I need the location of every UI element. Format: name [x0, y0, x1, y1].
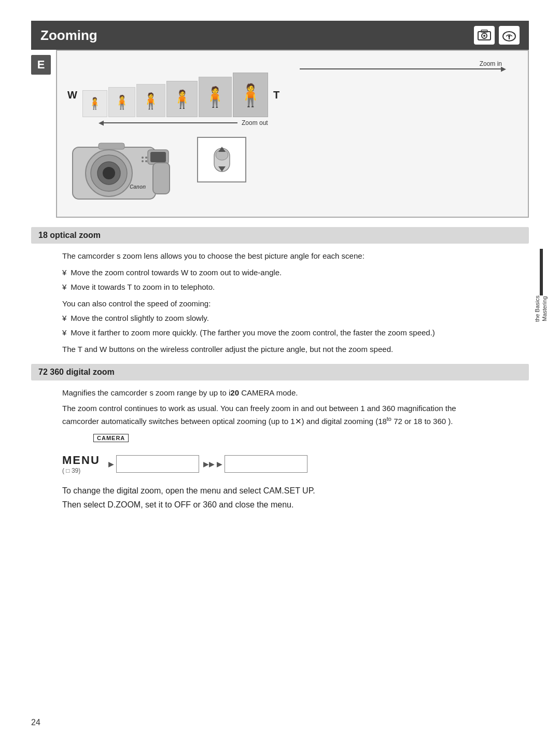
svg-point-17: [142, 157, 144, 159]
section2-para1: Magnifies the camcorder s zoom range by …: [62, 387, 487, 399]
t-label: T: [273, 89, 279, 101]
bottom-text-line1: To change the digital zoom, open the men…: [62, 484, 498, 498]
camera-mode-icon: [474, 26, 495, 45]
menu-row: MENU ( □ 39) ▶ ▶▶ ▶: [62, 454, 529, 474]
section2-title: digital zoom: [66, 368, 114, 376]
section2-number: 72 360: [38, 368, 64, 376]
sidebar-mastering: Mastering the Basics: [534, 249, 549, 322]
section1-also-intro: You can also control the speed of zoomin…: [62, 298, 487, 310]
svg-rect-13: [150, 152, 166, 162]
section2-para2: The zoom control continues to work as us…: [62, 402, 487, 428]
svg-text:Canon: Canon: [130, 184, 146, 190]
menu-ref: ( □ 39): [62, 467, 100, 474]
bullet-char-4: ¥: [62, 327, 66, 339]
wireless-icon: [499, 26, 520, 45]
section1-bullet2-text: Move it towards T to zoom in to telephot…: [71, 281, 215, 293]
e-label: E: [31, 55, 51, 75]
page-container: Zooming E: [0, 0, 560, 748]
section1-bullet1-text: Move the zoom control towards W to zoom …: [71, 266, 282, 279]
bullet-char-1: ¥: [62, 266, 66, 279]
w-label: W: [67, 89, 77, 101]
svg-rect-14: [99, 143, 124, 149]
bottom-text-line2: Then select D.ZOOM, set it to OFF or 360…: [62, 498, 498, 512]
svg-point-6: [508, 35, 510, 37]
camera-illustration: Canon: [67, 132, 197, 209]
figure-6: 🧍: [233, 73, 268, 117]
camera-badge-container: CAMERA: [62, 433, 529, 447]
section1-content: The camcorder s zoom lens allows you to …: [62, 250, 487, 356]
menu-box2: [225, 455, 307, 473]
e-label-col: E: [31, 50, 51, 75]
figure-4: 🧍: [166, 81, 198, 117]
section2-header: 72 360 digital zoom: [31, 364, 529, 380]
figure-3: 🧍: [136, 84, 165, 117]
bullet-char-2: ¥: [62, 281, 66, 293]
section1-number: 18: [38, 231, 48, 239]
mastering-bar: [540, 249, 543, 295]
page-title: Zooming: [40, 27, 97, 44]
figure-2: 🧍: [108, 87, 135, 117]
menu-box1: [116, 455, 199, 473]
section1-also-bullet2-text: Move it farther to zoom more quickly. (T…: [71, 327, 435, 339]
zoom-control-box: [197, 137, 246, 182]
section1-title: optical zoom: [50, 231, 101, 239]
section2-content: Magnifies the camcorder s zoom range by …: [62, 387, 487, 428]
section1-footer: The T and W buttons on the wireless cont…: [62, 343, 487, 356]
svg-point-3: [483, 35, 485, 37]
mastering-text: Mastering the Basics: [534, 295, 549, 322]
section1-bullet1: ¥ Move the zoom control towards W to zoo…: [62, 266, 487, 279]
section1-also-bullet1-text: Move the control slightly to zoom slowly…: [71, 312, 209, 324]
section1-bullet2: ¥ Move it towards T to zoom in to teleph…: [62, 281, 487, 293]
menu-forward-icon: ▶: [108, 460, 114, 468]
page-number: 24: [31, 718, 40, 727]
main-diagram-section: E Zoom in ▶ W 🧍: [31, 50, 529, 218]
bottom-text: To change the digital zoom, open the men…: [62, 484, 498, 512]
figure-5: 🧍: [199, 77, 232, 117]
svg-rect-15: [153, 163, 170, 194]
section1-also-bullet1: ¥ Move the control slightly to zoom slow…: [62, 312, 487, 324]
menu-label: MENU: [62, 454, 100, 467]
menu-double-forward-icon: ▶▶: [203, 460, 215, 468]
camera-badge: CAMERA: [93, 434, 129, 442]
zoom-out-label: Zoom out: [242, 119, 268, 126]
zoom-in-label: Zoom in: [300, 60, 502, 67]
svg-point-20: [145, 160, 147, 162]
section1-header: 18 optical zoom: [31, 227, 529, 244]
diagram-box: Zoom in ▶ W 🧍 🧍 🧍 🧍 🧍: [56, 50, 529, 218]
title-icons: [474, 26, 520, 45]
menu-forward-icon2: ▶: [217, 460, 222, 468]
section1-also-bullet2: ¥ Move it farther to zoom more quickly. …: [62, 327, 487, 339]
bullet-char-3: ¥: [62, 312, 66, 324]
svg-point-11: [103, 167, 115, 179]
title-bar: Zooming: [31, 21, 529, 50]
svg-point-19: [142, 160, 144, 162]
figure-1: 🧍: [82, 90, 107, 117]
section1-intro: The camcorder s zoom lens allows you to …: [62, 250, 487, 262]
svg-point-18: [145, 157, 147, 159]
